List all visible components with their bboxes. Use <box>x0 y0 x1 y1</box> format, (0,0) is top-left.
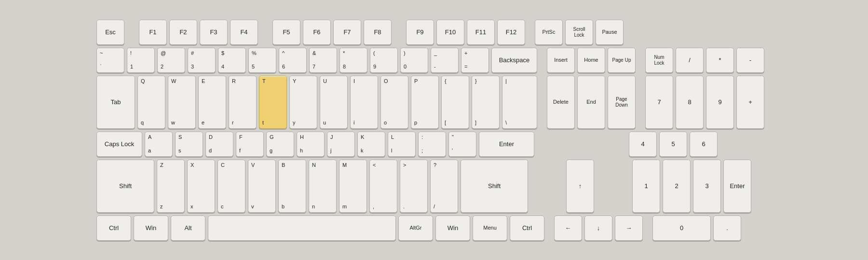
key-num7[interactable]: 7 <box>645 76 673 129</box>
key-9[interactable]: ( 9 <box>370 48 398 73</box>
key-closebracket[interactable]: } ] <box>472 76 500 129</box>
key-insert[interactable]: Insert <box>547 48 575 73</box>
key-downarrow[interactable]: ↓ <box>584 216 612 241</box>
key-5[interactable]: % 5 <box>248 48 276 73</box>
key-quote[interactable]: " ' <box>448 132 476 157</box>
key-numslash[interactable]: / <box>676 48 704 73</box>
key-menu[interactable]: Menu <box>473 216 507 241</box>
key-num1[interactable]: 1 <box>632 160 660 213</box>
key-v[interactable]: V v <box>248 160 276 213</box>
key-leftarrow[interactable]: ← <box>554 216 582 241</box>
key-enter[interactable]: Enter <box>479 132 534 157</box>
key-leftctrl[interactable]: Ctrl <box>96 216 131 241</box>
key-semicolon[interactable]: : ; <box>418 132 446 157</box>
key-l[interactable]: L l <box>388 132 416 157</box>
key-2[interactable]: @ 2 <box>157 48 185 73</box>
key-end[interactable]: End <box>577 76 605 129</box>
key-rightarrow[interactable]: → <box>615 216 643 241</box>
key-f5[interactable]: F5 <box>272 20 300 45</box>
key-leftalt[interactable]: Alt <box>171 216 205 241</box>
key-o[interactable]: O o <box>380 76 408 129</box>
key-numstar[interactable]: * <box>706 48 734 73</box>
key-b[interactable]: B b <box>278 160 306 213</box>
key-1[interactable]: ! 1 <box>127 48 155 73</box>
key-f10[interactable]: F10 <box>436 20 464 45</box>
key-f[interactable]: F f <box>236 132 264 157</box>
key-num2[interactable]: 2 <box>663 160 691 213</box>
key-rightshift[interactable]: Shift <box>461 160 528 213</box>
key-f11[interactable]: F11 <box>467 20 495 45</box>
key-x[interactable]: X x <box>187 160 215 213</box>
key-tab[interactable]: Tab <box>96 76 135 129</box>
key-r[interactable]: R r <box>229 76 257 129</box>
key-6[interactable]: ^ 6 <box>279 48 307 73</box>
key-home[interactable]: Home <box>577 48 605 73</box>
key-rightctrl[interactable]: Ctrl <box>510 216 544 241</box>
key-h[interactable]: H h <box>297 132 325 157</box>
key-esc[interactable]: Esc <box>96 20 124 45</box>
key-num6[interactable]: 6 <box>690 132 718 157</box>
key-num8[interactable]: 8 <box>676 76 704 129</box>
key-p[interactable]: P p <box>411 76 439 129</box>
key-num9[interactable]: 9 <box>706 76 734 129</box>
key-s[interactable]: S s <box>175 132 203 157</box>
key-delete[interactable]: Delete <box>547 76 575 129</box>
key-z[interactable]: Z z <box>157 160 185 213</box>
key-q[interactable]: Q q <box>137 76 165 129</box>
key-numlock[interactable]: Num Lock <box>645 48 673 73</box>
key-j[interactable]: J j <box>327 132 355 157</box>
key-uparrow[interactable]: ↑ <box>566 160 594 213</box>
key-rightwin[interactable]: Win <box>435 216 470 241</box>
key-a[interactable]: A a <box>145 132 173 157</box>
key-numenter[interactable]: Enter <box>723 160 751 213</box>
key-leftshift[interactable]: Shift <box>96 160 154 213</box>
key-f8[interactable]: F8 <box>364 20 392 45</box>
key-4[interactable]: $ 4 <box>218 48 246 73</box>
key-f7[interactable]: F7 <box>333 20 361 45</box>
key-pause[interactable]: Pause <box>596 20 624 45</box>
key-t[interactable]: T t <box>259 76 287 129</box>
key-w[interactable]: W w <box>168 76 196 129</box>
key-capslock[interactable]: Caps Lock <box>96 132 142 157</box>
key-u[interactable]: U u <box>320 76 348 129</box>
key-g[interactable]: G g <box>266 132 294 157</box>
key-prtsc[interactable]: PrtSc <box>535 20 563 45</box>
key-n[interactable]: N n <box>309 160 337 213</box>
key-f3[interactable]: F3 <box>200 20 228 45</box>
key-0[interactable]: ) 0 <box>400 48 428 73</box>
key-f1[interactable]: F1 <box>139 20 167 45</box>
key-backslash[interactable]: | \ <box>502 76 537 129</box>
key-f2[interactable]: F2 <box>169 20 197 45</box>
key-num0[interactable]: 0 <box>652 216 711 241</box>
key-8[interactable]: * 8 <box>339 48 367 73</box>
key-3[interactable]: # 3 <box>188 48 216 73</box>
key-openbracket[interactable]: { [ <box>441 76 469 129</box>
key-space[interactable] <box>208 216 396 241</box>
key-backspace[interactable]: Backspace <box>491 48 537 73</box>
key-m[interactable]: M m <box>339 160 367 213</box>
key-f9[interactable]: F9 <box>406 20 434 45</box>
key-comma[interactable]: < , <box>369 160 397 213</box>
key-leftwin[interactable]: Win <box>134 216 168 241</box>
key-pagedown[interactable]: Page Down <box>608 76 636 129</box>
key-equals[interactable]: + = <box>461 48 489 73</box>
key-y[interactable]: Y y <box>289 76 317 129</box>
key-backtick[interactable]: ~ ` <box>96 48 124 73</box>
key-pageup[interactable]: Page Up <box>608 48 636 73</box>
key-7[interactable]: & 7 <box>309 48 337 73</box>
key-num3[interactable]: 3 <box>693 160 721 213</box>
key-numplus[interactable]: + <box>736 76 764 129</box>
key-num4[interactable]: 4 <box>629 132 657 157</box>
key-e[interactable]: E e <box>198 76 226 129</box>
key-i[interactable]: I i <box>350 76 378 129</box>
key-scrolllock[interactable]: Scroll Lock <box>565 20 593 45</box>
key-f12[interactable]: F12 <box>497 20 525 45</box>
key-k[interactable]: K k <box>357 132 385 157</box>
key-f6[interactable]: F6 <box>303 20 331 45</box>
key-d[interactable]: D d <box>205 132 233 157</box>
key-minus[interactable]: _ - <box>431 48 459 73</box>
key-num5[interactable]: 5 <box>659 132 687 157</box>
key-slash[interactable]: ? / <box>430 160 458 213</box>
key-c[interactable]: C c <box>217 160 245 213</box>
key-altgr[interactable]: AltGr <box>398 216 433 241</box>
